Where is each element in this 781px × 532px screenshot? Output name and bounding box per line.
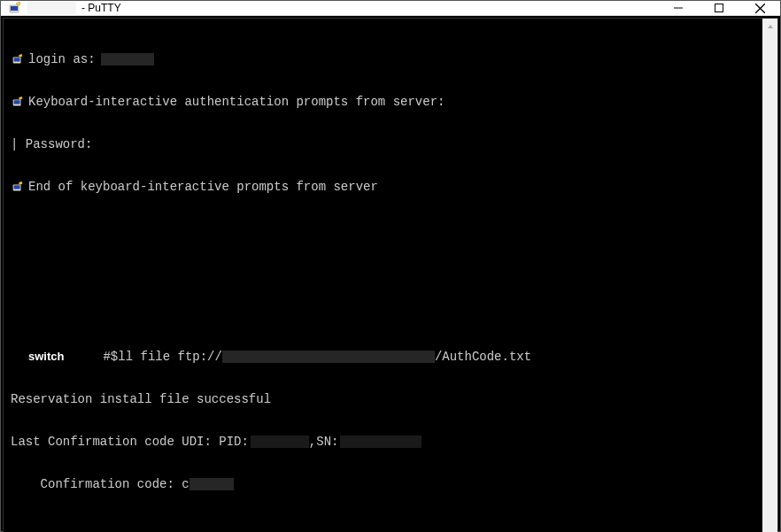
- window-title: - PuTTY: [81, 2, 121, 14]
- password-prefix: |: [11, 137, 26, 151]
- cmd-suffix: /AuthCode.txt: [435, 350, 531, 364]
- terminal-container: login as: Keyboard-interactive authentic…: [3, 18, 778, 532]
- putty-prompt-icon: [11, 95, 25, 109]
- kbd-interactive-line: Keyboard-interactive authentication prom…: [28, 95, 445, 109]
- redacted-code: [189, 478, 234, 490]
- maximize-button[interactable]: [699, 1, 739, 15]
- password-line: Password:: [26, 137, 93, 151]
- svg-rect-11: [14, 185, 20, 189]
- svg-rect-3: [715, 4, 723, 12]
- redacted-ftp: [222, 351, 435, 363]
- svg-rect-7: [14, 58, 20, 61]
- prompt-host: switch: [28, 350, 64, 364]
- minimize-button[interactable]: [658, 1, 699, 15]
- titlebar[interactable]: - PuTTY: [1, 1, 780, 16]
- last-conf-prefix: Last Confirmation code UDI: PID:: [11, 435, 249, 449]
- login-line: login as:: [28, 52, 96, 66]
- close-button[interactable]: [739, 1, 780, 15]
- svg-rect-1: [11, 6, 18, 11]
- redacted-pid: [251, 436, 309, 448]
- window-frame: - PuTTY lo: [0, 0, 781, 532]
- svg-rect-9: [14, 100, 20, 104]
- putty-prompt-icon: [11, 52, 25, 66]
- conf-code-line: Confirmation code: c: [11, 477, 189, 491]
- putty-icon: [8, 1, 22, 15]
- titlebar-left: - PuTTY: [8, 1, 121, 15]
- scrollbar[interactable]: [762, 19, 777, 532]
- redacted-login: [101, 53, 154, 66]
- titlebar-redacted: [27, 2, 76, 14]
- terminal[interactable]: login as: Keyboard-interactive authentic…: [4, 19, 762, 532]
- end-prompts-line: End of keyboard-interactive prompts from…: [28, 180, 378, 194]
- scrollbar-up-arrow[interactable]: [762, 19, 777, 34]
- putty-prompt-icon: [11, 180, 25, 194]
- last-conf-mid: ,SN:: [309, 435, 339, 449]
- cmd-prefix: #$ll file ftp://: [103, 350, 221, 364]
- redacted-sn: [340, 436, 421, 448]
- titlebar-controls: [658, 1, 780, 15]
- reservation-line: Reservation install file successful: [11, 392, 271, 406]
